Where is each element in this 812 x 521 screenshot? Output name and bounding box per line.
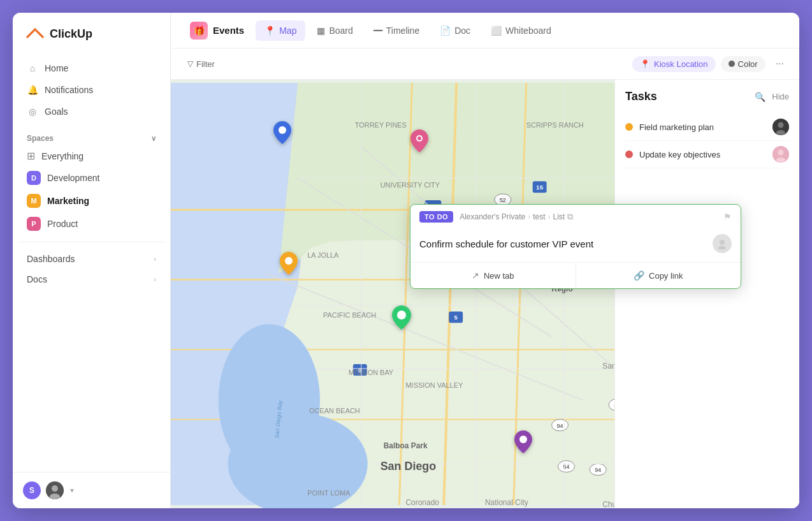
task-dot-orange (625, 123, 633, 131)
svg-text:LA JOLLA: LA JOLLA (307, 251, 339, 259)
kiosk-location-button[interactable]: 📍 Kiosk Location (632, 56, 716, 72)
product-label: Product (47, 219, 78, 229)
docs-label: Docs (27, 274, 47, 284)
location-pin-icon: 📍 (640, 59, 650, 69)
everything-grid-icon: ⊞ (27, 150, 35, 162)
goals-icon: ◎ (27, 106, 38, 117)
svg-point-78 (397, 311, 406, 319)
tasks-header: Tasks 🔍 Hide (625, 90, 789, 103)
task-item-2[interactable]: Update key objectives (625, 141, 789, 168)
sidebar-item-everything[interactable]: ⊞ Everything (19, 145, 164, 166)
sidebar-item-docs[interactable]: Docs › (13, 269, 170, 290)
pin-purple[interactable] (514, 430, 532, 456)
filter-bar: ▽ Filter 📍 Kiosk Location Color ··· (171, 48, 799, 80)
avatar-user[interactable] (46, 481, 64, 499)
board-icon: ▦ (317, 26, 325, 36)
tasks-actions: 🔍 Hide (755, 92, 789, 102)
sidebar-item-dashboards[interactable]: Dashboards › (13, 249, 170, 269)
copy-link-label: Copy link (649, 271, 683, 281)
tab-timeline[interactable]: ━━ Timeline (365, 20, 428, 41)
popup-task-title: Confirm schedule for customer VIP event (419, 238, 593, 249)
pin-green[interactable] (392, 305, 411, 332)
new-tab-button[interactable]: ↗ New tab (410, 263, 576, 288)
dashboards-chevron: › (154, 255, 156, 263)
sidebar-goals-label: Goals (45, 106, 68, 117)
color-button[interactable]: Color (721, 56, 765, 72)
everything-label: Everything (41, 151, 83, 161)
marketing-label: Marketing (47, 196, 89, 206)
copy-link-icon: 🔗 (634, 270, 644, 281)
svg-text:15: 15 (536, 184, 544, 191)
clickup-logo-icon (25, 24, 45, 43)
marketing-badge: M (27, 194, 41, 208)
filter-icon: ▽ (187, 59, 193, 68)
filter-button[interactable]: ▽ Filter (181, 56, 221, 72)
tasks-hide-button[interactable]: Hide (772, 92, 789, 101)
sidebar-notifications-label: Notifications (45, 85, 93, 95)
svg-point-79 (519, 436, 527, 443)
svg-point-84 (776, 130, 785, 135)
svg-point-74 (279, 126, 286, 134)
todo-badge: TO DO (419, 211, 453, 223)
top-tabs: 🎁 Events 📍 Map ▦ Board ━━ Timeline 📄 Doc… (171, 13, 799, 48)
svg-text:National City: National City (485, 498, 528, 507)
svg-text:SCRIPPS RANCH: SCRIPPS RANCH (526, 121, 584, 129)
events-icon: 🎁 (190, 22, 208, 40)
whiteboard-tab-label: Whiteboard (505, 26, 551, 36)
tab-events[interactable]: 🎁 Events (181, 17, 253, 45)
bell-icon: 🔔 (27, 84, 38, 96)
svg-text:MISSION VALLEY: MISSION VALLEY (406, 381, 463, 389)
sidebar-item-notifications[interactable]: 🔔 Notifications (19, 79, 164, 101)
sidebar-item-marketing[interactable]: M Marketing (19, 189, 164, 212)
popup-header: TO DO Alexander's Private › test › List … (410, 205, 741, 229)
task-dot-red (625, 150, 633, 158)
breadcrumb-copy-icon[interactable]: ⧉ (567, 212, 573, 222)
development-label: Development (47, 173, 100, 183)
popup-actions: ↗ New tab 🔗 Copy link (410, 262, 741, 288)
color-label: Color (738, 59, 758, 69)
more-options-button[interactable]: ··· (771, 55, 789, 73)
svg-point-81 (718, 246, 726, 250)
sidebar-item-development[interactable]: D Development (19, 166, 164, 189)
tasks-panel: Tasks 🔍 Hide Field marketing plan (614, 80, 799, 508)
timeline-icon: ━━ (373, 26, 382, 35)
task-1-label: Field marketing plan (639, 122, 766, 132)
avatar-caret[interactable]: ▾ (70, 486, 74, 495)
assign-icon[interactable] (713, 234, 732, 253)
flag-icon[interactable]: ⚑ (723, 212, 732, 222)
copy-link-button[interactable]: 🔗 Copy link (576, 263, 741, 288)
map-area: 805 5 8 163 52 15 1 (171, 80, 799, 508)
tab-board[interactable]: ▦ Board (308, 20, 361, 41)
main-content: 🎁 Events 📍 Map ▦ Board ━━ Timeline 📄 Doc… (171, 13, 799, 508)
tab-doc[interactable]: 📄 Doc (431, 20, 479, 41)
sidebar-item-goals[interactable]: ◎ Goals (19, 101, 164, 122)
tasks-search-icon[interactable]: 🔍 (755, 92, 765, 102)
filter-label: Filter (196, 59, 215, 69)
pin-yellow[interactable] (280, 252, 298, 277)
doc-icon: 📄 (440, 26, 451, 36)
sidebar-item-home[interactable]: ⌂ Home (19, 57, 164, 79)
task-item-1[interactable]: Field marketing plan (625, 114, 789, 141)
popup-body: Confirm schedule for customer VIP event (410, 229, 741, 262)
pin-blue[interactable] (273, 121, 291, 147)
map-icon: 📍 (265, 26, 275, 36)
svg-text:OCEAN BEACH: OCEAN BEACH (309, 407, 360, 415)
svg-text:94: 94 (595, 467, 601, 473)
svg-text:San Diego: San Diego (381, 460, 437, 473)
tab-map[interactable]: 📍 Map (256, 20, 305, 41)
tab-whiteboard[interactable]: ⬜ Whiteboard (482, 20, 560, 41)
dev-badge: D (27, 171, 41, 185)
sidebar-item-product[interactable]: P Product (19, 212, 164, 235)
avatar-s[interactable]: S (23, 481, 41, 499)
breadcrumb-item-1: Alexander's Private (460, 212, 525, 221)
sidebar: ClickUp ⌂ Home 🔔 Notifications ◎ Goals S… (13, 13, 171, 508)
sidebar-divider (19, 242, 164, 242)
spaces-chevron[interactable]: ∨ (151, 135, 156, 143)
new-tab-label: New tab (484, 271, 514, 281)
pin-pink[interactable] (410, 129, 428, 155)
docs-chevron: › (154, 275, 156, 283)
svg-text:Balboa Park: Balboa Park (384, 441, 428, 450)
filter-right: 📍 Kiosk Location Color ··· (632, 55, 789, 73)
sidebar-nav: ⌂ Home 🔔 Notifications ◎ Goals (13, 55, 170, 125)
timeline-tab-label: Timeline (386, 26, 419, 36)
